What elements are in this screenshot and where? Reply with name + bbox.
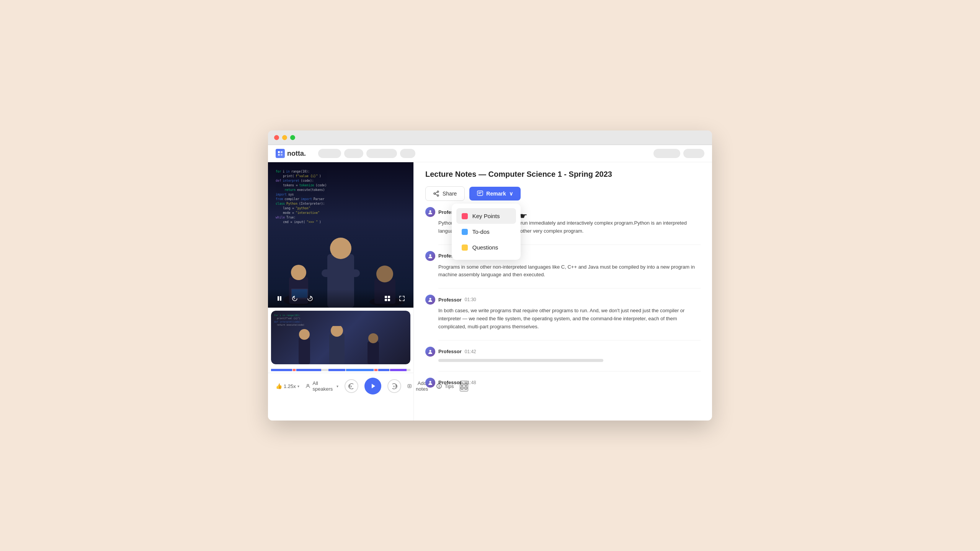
video-panel: for i in range(10): print(f"value {i}") … xyxy=(268,162,413,421)
nav-pill-3[interactable] xyxy=(366,149,397,158)
logo-text: notta. xyxy=(287,150,306,158)
timeline-seg-2[interactable] xyxy=(293,369,296,371)
video-container: for i in range(10): print(f"value {i}") … xyxy=(268,162,413,308)
svg-text:5: 5 xyxy=(351,385,352,388)
rewind-button[interactable]: 5 xyxy=(345,379,358,393)
svg-rect-3 xyxy=(281,154,283,156)
layout-button[interactable] xyxy=(382,293,393,304)
remark-icon xyxy=(477,191,483,197)
timeline-seg-6[interactable] xyxy=(346,369,374,371)
timeline-seg-9[interactable] xyxy=(390,369,407,371)
add-notes-icon xyxy=(407,383,412,389)
svg-point-43 xyxy=(430,210,431,212)
speaker-avatar-4 xyxy=(425,347,435,357)
timeline-seg-1[interactable] xyxy=(271,369,292,371)
svg-rect-0 xyxy=(278,151,280,153)
remark-chevron-icon: ∨ xyxy=(509,191,513,197)
timeline-seg-10[interactable] xyxy=(407,369,410,371)
remark-button[interactable]: Remark ∨ xyxy=(469,187,520,201)
timestamp-3: 01:30 xyxy=(465,297,476,302)
logo-icon xyxy=(276,149,285,158)
nav-pill-1[interactable] xyxy=(318,149,341,158)
speaker-avatar-2 xyxy=(425,251,435,261)
svg-rect-11 xyxy=(322,269,360,277)
svg-point-24 xyxy=(299,329,310,340)
play-button[interactable] xyxy=(364,378,381,395)
dropdown-item-todos[interactable]: To-dos xyxy=(456,224,516,240)
svg-rect-16 xyxy=(280,296,281,301)
speed-control[interactable]: 👍 1.25x ▾ xyxy=(276,383,299,389)
transcript-panel: Lecture Notes — Computer Science 1 - Spr… xyxy=(413,162,712,421)
svg-rect-23 xyxy=(299,337,310,364)
dropdown-item-key-points[interactable]: Key Points ☛ xyxy=(456,208,516,224)
divider-3 xyxy=(438,340,701,341)
header-actions: Share Remark ∨ xyxy=(425,186,701,201)
nav-right-pill-2[interactable] xyxy=(683,149,704,158)
timeline-seg-3[interactable] xyxy=(296,369,322,371)
nav-pills xyxy=(318,149,415,158)
svg-point-44 xyxy=(430,254,431,256)
speaker-avatar-1 xyxy=(425,207,435,217)
minimize-button[interactable] xyxy=(282,135,287,140)
video-scene: for i in range(10): print(f"value {i}") … xyxy=(268,162,413,308)
remark-label: Remark xyxy=(486,191,506,197)
entry-header-5: Professor 01:48 xyxy=(425,378,701,388)
play-icon xyxy=(369,383,376,390)
nav-pill-4[interactable] xyxy=(400,149,415,158)
thumbnail-people xyxy=(271,326,410,364)
share-button[interactable]: Share xyxy=(425,186,465,201)
dropdown-container: Remark ∨ Key Points ☛ xyxy=(469,187,520,201)
svg-point-41 xyxy=(434,193,435,194)
nav-bar: notta. xyxy=(268,145,712,162)
speaker-chevron-icon: ▾ xyxy=(336,384,338,388)
timeline-seg-7[interactable] xyxy=(374,369,377,371)
nav-right xyxy=(653,149,704,158)
thumbnail-inner: for i in range(10): print(f"val {i}") de… xyxy=(271,311,410,364)
logo: notta. xyxy=(276,149,306,158)
transcript-text-2: Programs in some other non-interpreted l… xyxy=(425,263,701,279)
svg-marker-31 xyxy=(372,384,375,388)
key-points-dot xyxy=(462,213,468,219)
nav-right-pill-1[interactable] xyxy=(653,149,680,158)
divider-2 xyxy=(438,288,701,289)
svg-rect-15 xyxy=(278,296,279,301)
maximize-button[interactable] xyxy=(290,135,295,140)
speaker-label: All speakers xyxy=(312,380,334,392)
speaker-control[interactable]: All speakers ▾ xyxy=(305,380,338,392)
play-controls: 5 5 xyxy=(345,378,401,395)
pause-button[interactable] xyxy=(274,293,285,304)
timeline-seg-8[interactable] xyxy=(378,369,389,371)
todos-dot xyxy=(462,229,468,235)
key-points-label: Key Points xyxy=(472,213,500,219)
svg-rect-21 xyxy=(385,299,387,301)
forward-button[interactable]: 5 xyxy=(387,379,401,393)
svg-rect-42 xyxy=(477,191,483,196)
svg-point-40 xyxy=(437,195,439,196)
speed-chevron-icon: ▾ xyxy=(297,384,299,388)
fullscreen-button[interactable] xyxy=(397,293,407,304)
timeline-seg-4[interactable] xyxy=(322,369,328,371)
speaker-avatar-3 xyxy=(425,295,435,305)
browser-content: notta. xyxy=(268,145,712,421)
nav-pill-2[interactable] xyxy=(344,149,363,158)
svg-point-45 xyxy=(430,298,431,300)
svg-point-28 xyxy=(368,333,378,343)
share-label: Share xyxy=(443,191,457,197)
transcript-entry-4: Professor 01:42 xyxy=(425,347,701,362)
svg-rect-2 xyxy=(278,154,280,156)
divider-4 xyxy=(438,371,701,372)
rewind-5-button[interactable]: 5 xyxy=(289,293,300,304)
timeline-bar[interactable] xyxy=(271,369,410,371)
dropdown-item-questions[interactable]: Questions xyxy=(456,240,516,255)
svg-point-14 xyxy=(376,266,393,282)
entry-header-4: Professor 01:42 xyxy=(425,347,701,357)
timeline-seg-5[interactable] xyxy=(328,369,345,371)
timestamp-4: 01:42 xyxy=(465,349,476,354)
forward-5-button[interactable]: 5 xyxy=(305,293,315,304)
remark-dropdown: Key Points ☛ To-dos Questions xyxy=(452,204,521,260)
close-button[interactable] xyxy=(274,135,279,140)
cursor-hand-icon: ☛ xyxy=(520,211,528,221)
questions-label: Questions xyxy=(472,244,498,251)
speaker-name-4: Professor xyxy=(438,349,462,354)
transcript-text-3: In both cases, we write programs that re… xyxy=(425,307,701,331)
